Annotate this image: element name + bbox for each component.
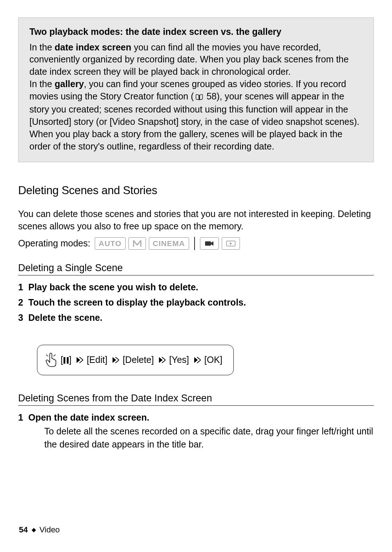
sub2-steps: 1Open the date index screen. To delete a…: [18, 411, 374, 451]
list-item: 3Delete the scene.: [18, 311, 374, 324]
callout-xref: 58: [204, 91, 217, 101]
subsection-single-scene: Deleting a Single Scene 1Play back the s…: [18, 262, 374, 324]
mode-playback-icon: [222, 237, 240, 250]
touch-sequence: [ ] [Edit] [Delete] [Yes] [OK]: [37, 345, 234, 375]
seq-delete: [Delete]: [123, 355, 154, 365]
callout-p1a: In the: [29, 42, 55, 52]
step-title: Delete the scene.: [28, 312, 102, 323]
bracket-close: ]: [69, 355, 72, 365]
seq-yes: [Yes]: [169, 355, 189, 365]
mode-record-icon: [200, 237, 219, 250]
chevron-icon: [111, 356, 119, 364]
callout-term-2: gallery: [55, 79, 84, 89]
callout-p2a: In the: [29, 79, 55, 89]
seq-ok: [OK]: [204, 355, 222, 365]
mode-auto: AUTO: [95, 237, 126, 250]
operating-modes-row: Operating modes: AUTO CINEMA: [18, 237, 374, 250]
step-title: Open the date index screen.: [28, 412, 149, 422]
svg-rect-2: [205, 241, 211, 246]
list-item: 2Touch the screen to display the playbac…: [18, 296, 374, 309]
callout-title: Two playback modes: the date index scree…: [29, 26, 363, 38]
chevron-icon: [75, 356, 83, 364]
mode-separator: [194, 237, 195, 250]
callout-box: Two playback modes: the date index scree…: [18, 17, 374, 162]
sub2-title: Deleting Scenes from the Date Index Scre…: [18, 393, 374, 404]
step-number: 3: [18, 311, 28, 324]
list-item: 1Open the date index screen. To delete a…: [18, 411, 374, 451]
footer-section: Video: [40, 525, 60, 534]
diamond-icon: ◆: [32, 527, 36, 533]
sub1-rule: [18, 275, 374, 275]
chevron-icon: [193, 356, 201, 364]
seq-pause: [ ]: [61, 355, 72, 365]
list-item: 1Play back the scene you wish to delete.: [18, 281, 374, 294]
callout-body: In the date index screen you can find al…: [29, 41, 363, 153]
mode-manual: [128, 237, 146, 250]
chevron-icon: [158, 356, 166, 364]
step-number: 1: [18, 411, 28, 424]
sub1-title: Deleting a Single Scene: [18, 262, 374, 274]
callout-term-1: date index screen: [55, 42, 131, 52]
mode-cinema: CINEMA: [149, 237, 189, 250]
subsection-date-index: Deleting Scenes from the Date Index Scre…: [18, 393, 374, 451]
step-title: Touch the screen to display the playback…: [28, 297, 246, 307]
step-number: 1: [18, 281, 28, 294]
step-number: 2: [18, 296, 28, 309]
section-heading: Deleting Scenes and Stories: [18, 184, 374, 197]
operating-modes-label: Operating modes:: [18, 238, 90, 249]
touch-icon: [45, 352, 57, 368]
section-intro: You can delete those scenes and stories …: [18, 208, 374, 233]
seq-edit: [Edit]: [87, 355, 107, 365]
svg-rect-5: [67, 357, 69, 364]
sub2-rule: [18, 405, 374, 406]
page-footer: 54 ◆ Video: [19, 525, 60, 535]
step-body: To delete all the scenes recorded on a s…: [31, 425, 374, 451]
sub1-steps: 1Play back the scene you wish to delete.…: [18, 281, 374, 324]
svg-rect-4: [64, 357, 65, 364]
bracket-open: [: [61, 355, 63, 365]
step-title: Play back the scene you wish to delete.: [28, 282, 198, 292]
page-number: 54: [19, 525, 28, 534]
manual-ref-icon: [195, 91, 203, 104]
